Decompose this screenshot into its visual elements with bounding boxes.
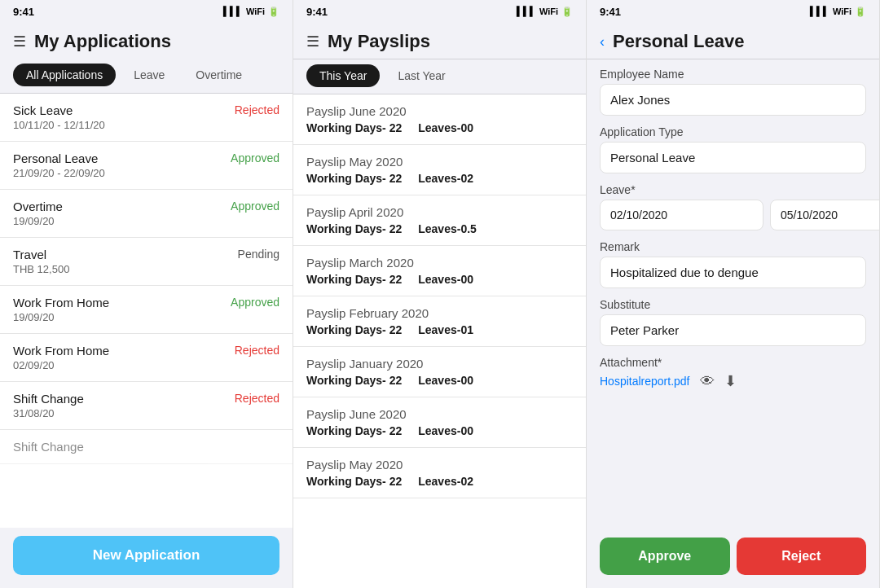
remark-input[interactable] [600, 257, 866, 288]
payslip-month: Payslip March 2020 [306, 256, 573, 270]
status-badge: Pending [238, 248, 279, 261]
payslip-item[interactable]: Payslip June 2020 Working Days- 22 Leave… [293, 397, 586, 448]
applications-panel: 9:41 ▍▍▍ WiFi 🔋 ☰ My Applications All Ap… [0, 0, 293, 588]
battery-icon: 🔋 [268, 7, 279, 17]
tab-this-year[interactable]: This Year [306, 64, 380, 87]
leaves: Leaves-02 [418, 172, 473, 185]
payslip-month: Payslip June 2020 [306, 104, 573, 118]
download-icon[interactable]: ⬇ [724, 372, 737, 390]
status-bar-2: 9:41 ▍▍▍ WiFi 🔋 [293, 0, 586, 23]
working-days: Working Days- 22 [306, 273, 402, 286]
item-type: Work From Home [13, 296, 109, 309]
status-time-2: 9:41 [306, 6, 328, 18]
payslip-item[interactable]: Payslip January 2020 Working Days- 22 Le… [293, 347, 586, 397]
menu-icon[interactable]: ☰ [13, 33, 26, 50]
item-date: 21/09/20 - 22/09/20 [13, 167, 105, 179]
remark-label: Remark [600, 240, 866, 253]
menu-icon-2[interactable]: ☰ [306, 33, 319, 50]
tab-all-applications[interactable]: All Applications [13, 64, 116, 86]
item-type: Work From Home [13, 344, 109, 358]
status-badge: Rejected [235, 344, 279, 357]
substitute-label: Substitute [600, 298, 866, 311]
status-time-3: 9:41 [600, 6, 621, 18]
item-type: Shift Change [13, 392, 84, 406]
item-type: Travel [13, 248, 69, 261]
battery-icon: 🔋 [855, 7, 866, 17]
attachment-group: Attachment* Hospitalreport.pdf 👁 ⬇ [600, 356, 866, 390]
list-item[interactable]: Work From Home 19/09/20 Approved [0, 286, 293, 334]
signal-icon: ▍▍▍ [517, 7, 536, 17]
substitute-input[interactable] [600, 314, 866, 346]
payslip-item[interactable]: Payslip May 2020 Working Days- 22 Leaves… [293, 145, 586, 195]
page-title-2: My Payslips [328, 31, 430, 52]
leave-to-input[interactable] [770, 200, 879, 230]
list-item[interactable]: Overtime 19/09/20 Approved [0, 190, 293, 238]
page-title-1: My Applications [34, 31, 171, 52]
leave-from-input[interactable] [600, 200, 763, 230]
payslip-item[interactable]: Payslip May 2020 Working Days- 22 Leaves… [293, 448, 586, 498]
payslip-month: Payslip June 2020 [306, 407, 573, 421]
approve-button[interactable]: Approve [600, 538, 730, 575]
attachment-label: Attachment* [600, 356, 866, 369]
status-badge: Approved [231, 151, 279, 165]
working-days: Working Days- 22 [306, 424, 402, 437]
payslip-item[interactable]: Payslip February 2020 Working Days- 22 L… [293, 296, 586, 347]
item-date: 02/09/20 [13, 359, 109, 371]
status-badge: Approved [231, 200, 279, 213]
tab-leave[interactable]: Leave [121, 64, 178, 86]
payslip-item[interactable]: Payslip April 2020 Working Days- 22 Leav… [293, 195, 586, 246]
working-days: Working Days- 22 [306, 475, 402, 488]
leaves: Leaves-00 [418, 273, 473, 286]
status-bar-1: 9:41 ▍▍▍ WiFi 🔋 [0, 0, 293, 23]
working-days: Working Days- 22 [306, 172, 402, 185]
list-item[interactable]: Travel THB 12,500 Pending [0, 238, 293, 286]
app-header-1: ☰ My Applications [0, 23, 293, 59]
payslip-item[interactable]: Payslip June 2020 Working Days- 22 Leave… [293, 94, 586, 145]
app-type-label: Application Type [600, 125, 866, 138]
tab-overtime[interactable]: Overtime [183, 64, 255, 86]
item-type: Sick Leave [13, 103, 105, 117]
leaves: Leaves-00 [418, 374, 473, 387]
leave-group: Leave* [600, 183, 866, 230]
applications-list[interactable]: Sick Leave 10/11/20 - 12/11/20 Rejected … [0, 94, 293, 528]
leaves: Leaves-00 [418, 424, 473, 437]
app-header-2: ☰ My Payslips [293, 23, 586, 59]
wifi-icon: WiFi [246, 7, 265, 16]
leaves: Leaves-00 [418, 121, 473, 134]
list-item[interactable]: Shift Change [0, 430, 293, 464]
signal-icon: ▍▍▍ [810, 7, 829, 17]
attachment-file-link[interactable]: Hospitalreport.pdf [600, 375, 690, 388]
action-buttons-bar: Approve Reject [587, 529, 879, 588]
status-icons-3: ▍▍▍ WiFi 🔋 [810, 7, 866, 17]
app-type-input[interactable] [600, 142, 866, 173]
payslip-item[interactable]: Payslip March 2020 Working Days- 22 Leav… [293, 246, 586, 296]
tabs-bar-1: All Applications Leave Overtime [0, 59, 293, 93]
employee-name-group: Employee Name [600, 68, 866, 116]
new-application-button[interactable]: New Application [13, 536, 279, 575]
wifi-icon: WiFi [539, 7, 558, 16]
item-type: Personal Leave [13, 151, 105, 165]
status-time-1: 9:41 [13, 6, 34, 18]
tab-last-year[interactable]: Last Year [385, 64, 458, 87]
working-days: Working Days- 22 [306, 222, 402, 235]
list-item[interactable]: Sick Leave 10/11/20 - 12/11/20 Rejected [0, 94, 293, 142]
employee-name-input[interactable] [600, 84, 866, 116]
list-item[interactable]: Work From Home 02/09/20 Rejected [0, 334, 293, 382]
date-row [600, 200, 866, 230]
list-item[interactable]: Personal Leave 21/09/20 - 22/09/20 Appro… [0, 142, 293, 190]
reject-button[interactable]: Reject [737, 538, 867, 575]
personal-leave-form: Employee Name Application Type Leave* Re… [587, 59, 879, 529]
battery-icon: 🔋 [561, 7, 573, 17]
payslips-list[interactable]: Payslip June 2020 Working Days- 22 Leave… [293, 94, 586, 588]
app-header-3: ‹ Personal Leave [587, 23, 879, 59]
eye-icon[interactable]: 👁 [700, 373, 715, 390]
item-date: 10/11/20 - 12/11/20 [13, 119, 105, 131]
list-item[interactable]: Shift Change 31/08/20 Rejected [0, 382, 293, 430]
payslip-month: Payslip May 2020 [306, 155, 573, 169]
payslip-month: Payslip January 2020 [306, 357, 573, 371]
tabs-bar-2: This Year Last Year [293, 59, 586, 94]
item-date: THB 12,500 [13, 263, 69, 275]
back-icon[interactable]: ‹ [600, 33, 605, 50]
employee-name-label: Employee Name [600, 68, 866, 81]
remark-group: Remark [600, 240, 866, 288]
